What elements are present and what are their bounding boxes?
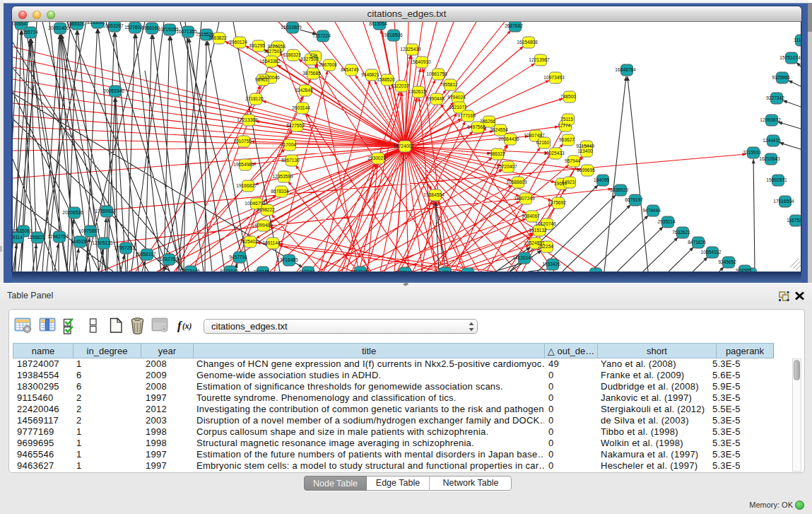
svg-text:10688609: 10688609: [506, 180, 527, 185]
svg-text:812344: 812344: [299, 269, 314, 271]
svg-text:12942757: 12942757: [47, 234, 69, 239]
svg-text:748500: 748500: [560, 94, 576, 99]
svg-text:(x): (x): [182, 322, 192, 331]
svg-text:9227342: 9227342: [766, 95, 784, 100]
svg-text:812345: 812345: [254, 269, 269, 271]
svg-text:4055724: 4055724: [20, 30, 38, 35]
svg-text:19218506: 19218506: [382, 33, 403, 37]
svg-text:2967608: 2967608: [319, 62, 337, 67]
svg-text:12093872: 12093872: [760, 117, 781, 122]
svg-text:14136141: 14136141: [512, 255, 534, 260]
svg-text:15640910: 15640910: [410, 59, 431, 64]
svg-text:2935114: 2935114: [657, 219, 676, 224]
svg-text:1691144: 1691144: [262, 240, 281, 245]
svg-text:62160: 62160: [536, 140, 550, 145]
svg-text:252254: 252254: [538, 244, 553, 249]
svg-text:8454749: 8454749: [341, 67, 359, 72]
svg-text:9327503: 9327503: [264, 49, 282, 54]
svg-text:16648784: 16648784: [615, 67, 636, 72]
svg-text:7357224: 7357224: [312, 33, 331, 38]
svg-text:19166827: 19166827: [236, 183, 257, 188]
svg-text:9474444: 9474444: [642, 208, 661, 213]
svg-text:15751074: 15751074: [779, 55, 801, 60]
svg-text:20364436: 20364436: [498, 136, 519, 141]
svg-text:957944: 957944: [565, 158, 580, 163]
svg-text:8322037: 8322037: [391, 83, 409, 88]
svg-text:9084067: 9084067: [522, 214, 540, 218]
svg-text:17135061: 17135061: [13, 228, 33, 233]
svg-text:10807487: 10807487: [524, 133, 545, 138]
svg-text:8678334: 8678334: [271, 189, 289, 194]
svg-text:8267130: 8267130: [281, 158, 300, 163]
svg-text:20053346: 20053346: [103, 88, 124, 93]
svg-text:3498222: 3498222: [257, 207, 275, 212]
svg-text:7663822: 7663822: [208, 35, 227, 40]
svg-text:6497568: 6497568: [467, 124, 486, 129]
svg-text:10973493: 10973493: [543, 75, 565, 80]
svg-text:164095: 164095: [594, 177, 609, 182]
svg-text:17016504: 17016504: [773, 199, 794, 204]
svg-text:18807249: 18807249: [514, 196, 535, 201]
svg-text:9794024: 9794024: [447, 95, 466, 100]
svg-text:3875685: 3875685: [302, 71, 321, 76]
svg-text:7955812: 7955812: [440, 82, 458, 87]
svg-text:7625402: 7625402: [240, 239, 258, 244]
svg-text:9146821: 9146821: [361, 72, 379, 77]
svg-text:1588520: 1588520: [377, 77, 395, 82]
svg-text:1615132: 1615132: [529, 228, 547, 233]
svg-text:116753: 116753: [787, 218, 801, 223]
svg-text:8960124: 8960124: [229, 40, 247, 45]
svg-text:891295: 891295: [249, 43, 265, 48]
svg-text:8471626: 8471626: [688, 240, 706, 245]
svg-text:1975692: 1975692: [548, 200, 566, 205]
svg-text:19384554: 19384554: [423, 192, 445, 197]
svg-text:8427552: 8427552: [286, 123, 305, 128]
svg-text:10961758: 10961758: [426, 71, 447, 76]
svg-text:15692971: 15692971: [766, 177, 787, 182]
svg-text:9123445: 9123445: [220, 269, 238, 271]
svg-text:8990448: 8990448: [426, 96, 445, 101]
svg-text:1010755: 1010755: [233, 139, 252, 144]
svg-text:12774: 12774: [558, 123, 571, 128]
svg-text:10654112: 10654112: [701, 250, 722, 255]
svg-text:8938923: 8938923: [610, 187, 628, 192]
svg-text:2930027: 2930027: [367, 156, 386, 160]
svg-text:924565: 924565: [736, 268, 751, 271]
svg-text:16543382: 16543382: [259, 59, 281, 64]
svg-text:20091406: 20091406: [48, 25, 69, 30]
svg-text:9457791: 9457791: [229, 255, 247, 259]
svg-text:1733426: 1733426: [542, 262, 560, 267]
svg-text:113400: 113400: [577, 148, 593, 153]
svg-text:9327508: 9327508: [300, 57, 319, 62]
svg-text:18724007: 18724007: [393, 144, 414, 148]
svg-text:16210643: 16210643: [759, 156, 780, 161]
svg-text:14099489: 14099489: [252, 223, 273, 228]
svg-text:3624554: 3624554: [490, 127, 508, 132]
svg-text:14923: 14923: [562, 180, 575, 185]
svg-text:11123: 11123: [794, 37, 801, 42]
svg-text:1156829: 1156829: [27, 235, 45, 240]
svg-text:8186323: 8186323: [283, 52, 301, 57]
svg-text:1292344: 1292344: [394, 270, 413, 271]
svg-text:9106547: 9106547: [13, 22, 29, 26]
svg-text:2603144: 2603144: [292, 105, 310, 110]
svg-text:16782759: 16782759: [157, 257, 178, 262]
svg-text:9329966: 9329966: [772, 75, 790, 80]
svg-text:10653267: 10653267: [102, 23, 124, 28]
svg-text:12323446: 12323446: [179, 269, 200, 271]
svg-text:15720407: 15720407: [496, 164, 517, 169]
svg-text:81234: 81234: [460, 271, 473, 271]
svg-text:17359924: 17359924: [95, 209, 116, 214]
svg-text:10046798: 10046798: [245, 201, 266, 206]
svg-text:912456: 912456: [587, 271, 602, 271]
svg-text:114519: 114519: [71, 239, 86, 244]
svg-text:2687682: 2687682: [505, 23, 523, 28]
svg-text:10975887: 10975887: [78, 228, 100, 233]
svg-text:1292345: 1292345: [350, 269, 368, 271]
svg-text:1527602: 1527602: [124, 25, 143, 30]
svg-text:12505135: 12505135: [92, 240, 113, 245]
svg-text:746266: 746266: [480, 119, 495, 124]
svg-text:2718126: 2718126: [245, 96, 264, 101]
svg-text:1065326: 1065326: [66, 22, 85, 26]
svg-text:16154808: 16154808: [517, 40, 538, 45]
